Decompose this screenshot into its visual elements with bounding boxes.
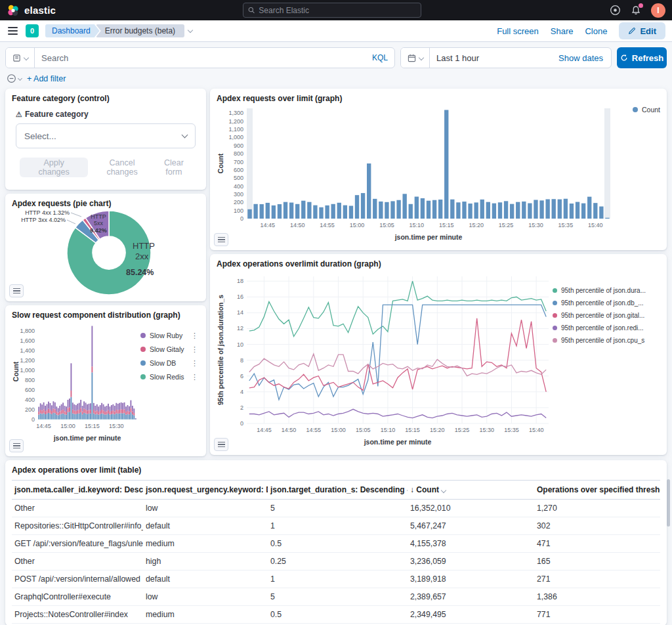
stacked-bar-segment xyxy=(119,403,120,410)
stacked-bar-segment xyxy=(91,419,93,420)
breadcrumb-dashboard[interactable]: Dashboard xyxy=(45,24,100,37)
cancel-changes-button[interactable]: Cancel changes xyxy=(94,158,149,177)
table-column-header[interactable]: json.meta.caller_id.keyword: Desce... xyxy=(12,481,143,500)
table-row[interactable]: GraphqlController#executelow52,389,6571,… xyxy=(12,588,660,606)
legend-item-menu-icon[interactable]: ⋮ xyxy=(191,332,198,339)
table-column-header[interactable]: json.request_urgency.keyword: Des... xyxy=(143,481,268,500)
saved-query-menu-button[interactable] xyxy=(6,48,35,68)
add-filter-button[interactable]: + Add filter xyxy=(27,74,66,83)
legend-item-menu-icon[interactable]: ⋮ xyxy=(191,374,198,381)
search-icon xyxy=(248,7,255,14)
query-bar: KQL Last 1 hour Show dates Refresh xyxy=(0,42,672,68)
table-cell: 0.5 xyxy=(268,606,408,624)
bar xyxy=(576,202,579,219)
apply-changes-button[interactable]: Apply changes xyxy=(20,158,88,177)
stacked-bar-segment xyxy=(121,409,122,413)
stacked-bar-segment xyxy=(74,414,75,419)
stacked-bar-segment xyxy=(61,410,62,414)
legend-item-menu-icon[interactable]: ⋮ xyxy=(191,360,198,367)
legend-item-menu-icon[interactable]: ⋮ xyxy=(191,346,198,353)
table-column-header[interactable]: ↓ Count xyxy=(408,481,534,500)
query-language-badge[interactable]: KQL xyxy=(366,53,394,62)
bar xyxy=(379,202,383,219)
legend-item[interactable]: 95th percentile of json.dura... xyxy=(553,287,660,294)
chevron-down-icon[interactable] xyxy=(406,488,408,493)
calendar-menu-button[interactable] xyxy=(401,48,430,68)
stacked-bar-segment xyxy=(93,403,94,410)
elastic-logo[interactable]: elastic xyxy=(7,4,56,17)
stacked-bar-segment xyxy=(77,404,78,410)
space-badge[interactable]: 0 xyxy=(26,24,39,37)
time-range-value[interactable]: Last 1 hour xyxy=(430,53,551,63)
legend-toggle-button[interactable] xyxy=(214,438,228,451)
bar xyxy=(343,205,347,219)
edit-button[interactable]: Edit xyxy=(619,22,665,39)
slow-request-panel: Slow request component distribution (gra… xyxy=(5,305,206,456)
full-screen-button[interactable]: Full screen xyxy=(497,26,539,36)
global-search-input[interactable] xyxy=(259,6,416,15)
table-row[interactable]: Projects::NotesController#indexmedium0.5… xyxy=(12,606,660,624)
legend-item[interactable]: Slow Gitaly⋮ xyxy=(140,345,198,353)
legend-toggle-button[interactable] xyxy=(9,284,24,297)
svg-text:14: 14 xyxy=(237,309,243,316)
deployment-icon[interactable] xyxy=(609,5,621,16)
svg-text:800: 800 xyxy=(25,377,35,383)
stacked-bar-segment xyxy=(66,406,67,412)
legend-item[interactable]: 95th percentile of json.redi... xyxy=(553,324,660,332)
stacked-bar-segment xyxy=(48,413,49,420)
filters-menu-button[interactable] xyxy=(7,74,22,83)
stacked-bar-segment xyxy=(93,410,94,414)
table-cell: 1,270 xyxy=(534,500,660,517)
svg-text:15:15: 15:15 xyxy=(405,427,420,433)
bar xyxy=(528,204,532,219)
legend-toggle-button[interactable] xyxy=(9,439,24,452)
stacked-bar-segment xyxy=(124,409,125,413)
feature-category-select[interactable]: Select... xyxy=(16,123,196,148)
clear-form-button[interactable]: Clear form xyxy=(156,158,192,177)
legend-item[interactable]: 95th percentile of json.cpu_s xyxy=(553,337,660,344)
stacked-bar-segment xyxy=(54,413,56,419)
svg-text:0: 0 xyxy=(240,420,243,427)
stacked-bar-segment xyxy=(62,402,64,409)
menu-hamburger-icon[interactable] xyxy=(7,26,19,36)
stacked-bar-segment xyxy=(41,404,43,410)
chevron-down-icon[interactable] xyxy=(188,27,193,32)
stacked-bar-segment xyxy=(79,403,80,410)
stacked-bar-segment xyxy=(135,419,136,420)
stacked-bar-segment xyxy=(133,413,135,416)
page-scrollbar[interactable] xyxy=(667,479,670,527)
table-column-header[interactable]: json.target_duration_s: Descending xyxy=(268,481,408,500)
svg-text:14:55: 14:55 xyxy=(306,427,322,433)
notifications-bell-icon[interactable] xyxy=(630,5,642,16)
share-button[interactable]: Share xyxy=(551,26,574,36)
legend-item[interactable]: Slow Ruby⋮ xyxy=(140,332,198,339)
table-row[interactable]: Otherhigh0.253,236,059165 xyxy=(12,553,660,571)
show-dates-button[interactable]: Show dates xyxy=(551,53,611,63)
count-legend[interactable]: Count xyxy=(633,106,660,114)
legend-item[interactable]: Slow DB⋮ xyxy=(140,359,198,367)
legend-toggle-button[interactable] xyxy=(214,233,228,246)
table-cell: high xyxy=(143,553,268,571)
global-search[interactable] xyxy=(243,3,421,18)
table-column-header[interactable]: Operations over specified threshold... xyxy=(534,481,660,500)
svg-text:15:35: 15:35 xyxy=(504,427,519,433)
table-row[interactable]: Repositories::GitHttpController#info_ref… xyxy=(12,517,660,535)
table-row[interactable]: POST /api/:version/internal/alloweddefau… xyxy=(12,571,660,588)
table-row[interactable]: GET /api/:version/feature_flags/unleash.… xyxy=(12,535,660,553)
clone-button[interactable]: Clone xyxy=(585,26,607,36)
stacked-bar-segment xyxy=(70,419,72,420)
refresh-button[interactable]: Refresh xyxy=(617,47,667,68)
dashboard-toolbar: 0 Dashboard Error budgets (beta) Full sc… xyxy=(0,20,672,42)
svg-text:100: 100 xyxy=(234,207,243,214)
chevron-down-icon[interactable] xyxy=(441,488,446,493)
legend-item[interactable]: Slow Redis⋮ xyxy=(140,373,198,381)
table-row[interactable]: Otherlow516,352,0101,270 xyxy=(12,500,660,517)
legend-item[interactable]: 95th percentile of json.db_... xyxy=(553,299,660,307)
legend-label: 95th percentile of json.redi... xyxy=(561,324,644,332)
stacked-bar-segment xyxy=(69,407,70,412)
user-avatar[interactable]: I xyxy=(651,3,665,18)
warning-triangle-icon: ⚠ xyxy=(16,110,22,119)
query-search-input[interactable] xyxy=(35,53,366,63)
bar xyxy=(402,194,406,219)
legend-item[interactable]: 95th percentile of json.gital... xyxy=(553,312,660,319)
